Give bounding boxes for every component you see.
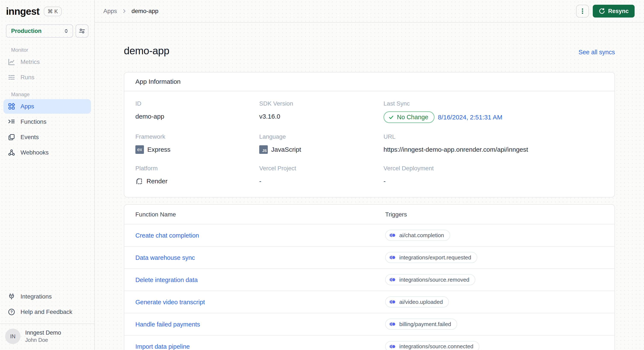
trigger-name: ai/video.uploaded [399, 299, 443, 305]
event-trigger-icon [389, 343, 396, 350]
trigger-badge: ai/chat.completion [385, 230, 450, 241]
field-value: demo-app [136, 111, 259, 122]
function-link[interactable]: Create chat completion [136, 232, 199, 239]
field-platform: Platform Render [136, 165, 259, 186]
functions-table: Function Name Triggers Create chat compl… [124, 205, 614, 350]
field-value: ex Express [136, 144, 259, 155]
function-link[interactable]: Handle failed payments [136, 321, 200, 328]
sidebar-item-runs[interactable]: Runs [4, 70, 91, 85]
trigger-badge: integrations/source.connected [385, 341, 479, 350]
title-row: demo-app See all syncs [124, 45, 615, 57]
section-label-monitor: Monitor [11, 47, 94, 53]
trigger-badge: integrations/source.removed [385, 274, 475, 285]
field-label: Last Sync [384, 100, 604, 107]
javascript-icon: JS [259, 145, 268, 154]
field-label: SDK Version [259, 100, 384, 107]
framework-name: Express [147, 146, 170, 153]
express-icon: ex [136, 145, 144, 154]
functions-card: Function Name Triggers Create chat compl… [124, 204, 615, 350]
sidebar-item-label: Functions [20, 118, 46, 125]
table-row: Import data pipeline integrations/source… [124, 335, 614, 350]
section-label-manage: Manage [11, 92, 94, 97]
breadcrumb: Apps demo-app [103, 8, 158, 15]
plug-icon [8, 293, 15, 300]
no-change-label: No Change [397, 114, 428, 121]
event-trigger-icon [389, 232, 396, 239]
sidebar-item-label: Apps [20, 103, 34, 110]
sidebar: inngest ⌘ K Production Monitor [0, 0, 95, 350]
sidebar-item-help[interactable]: ? Help and Feedback [4, 305, 91, 319]
breadcrumb-apps[interactable]: Apps [103, 8, 117, 15]
environment-filter-button[interactable] [76, 24, 88, 38]
field-label: ID [136, 100, 259, 107]
sidebar-item-webhooks[interactable]: Webhooks [4, 145, 91, 160]
logo-row: inngest ⌘ K [0, 0, 94, 17]
function-link[interactable]: Data warehouse sync [136, 254, 195, 261]
resync-button[interactable]: Resync [593, 5, 634, 18]
sidebar-item-events[interactable]: Events [4, 130, 91, 144]
svg-text:?: ? [10, 310, 13, 314]
sidebar-item-metrics[interactable]: Metrics [4, 55, 91, 69]
field-value: JS JavaScript [259, 144, 384, 155]
last-sync-time-link[interactable]: 8/16/2024, 2:51:31 AM [438, 114, 502, 121]
resync-label: Resync [608, 8, 629, 15]
check-icon [388, 115, 394, 120]
sidebar-item-functions[interactable]: Functions [4, 115, 91, 129]
function-link[interactable]: Generate video transcript [136, 299, 205, 305]
field-vercel-project: Vercel Project - [259, 165, 384, 186]
app-more-menu-button[interactable] [576, 5, 589, 18]
sidebar-item-label: Metrics [20, 59, 40, 65]
runs-list-icon [8, 74, 15, 81]
render-icon [136, 177, 143, 185]
platform-name: Render [146, 178, 168, 185]
user-org: Inngest Demo [25, 329, 61, 336]
trigger-name: integrations/export.requested [399, 254, 471, 261]
field-sdk-version: SDK Version v3.16.0 [259, 100, 384, 123]
column-function-name: Function Name [124, 205, 385, 224]
page-title: demo-app [124, 45, 169, 57]
event-trigger-icon [389, 298, 396, 305]
field-value: No Change 8/16/2024, 2:51:31 AM [384, 111, 604, 123]
trigger-name: ai/chat.completion [399, 232, 444, 239]
trigger-badge: ai/video.uploaded [385, 296, 449, 307]
table-row: Data warehouse sync integrations/export.… [124, 246, 614, 269]
function-link[interactable]: Delete integration data [136, 276, 198, 283]
field-last-sync: Last Sync No Change 8/16/2024, 2:51:31 A… [384, 100, 604, 123]
environment-row: Production [0, 17, 94, 38]
field-value: v3.16.0 [259, 111, 384, 122]
table-header-row: Function Name Triggers [124, 205, 614, 224]
field-id: ID demo-app [136, 100, 259, 123]
field-label: Language [259, 133, 384, 140]
app-information-card: App Information ID demo-app SDK Version … [124, 72, 615, 197]
sidebar-item-integrations[interactable]: Integrations [4, 289, 91, 304]
function-link[interactable]: Import data pipeline [136, 343, 190, 350]
field-value: Render [136, 176, 259, 186]
kebab-icon [579, 8, 586, 15]
trigger-name: integrations/source.removed [399, 276, 469, 283]
sidebar-item-label: Runs [20, 74, 34, 81]
sidebar-item-apps[interactable]: Apps [4, 99, 91, 114]
top-bar: Apps demo-app Resync [95, 0, 644, 23]
sidebar-nav: Monitor Metrics Runs Manage Apps [0, 40, 94, 161]
sidebar-item-label: Help and Feedback [20, 308, 72, 315]
field-value: https://inngest-demo-app.onrender.com/ap… [384, 144, 604, 155]
field-framework: Framework ex Express [136, 133, 259, 155]
breadcrumb-current: demo-app [132, 8, 158, 15]
apps-category-icon [8, 103, 15, 110]
see-all-syncs-link[interactable]: See all syncs [578, 49, 615, 56]
trigger-badge: billing/payment.failed [385, 318, 457, 330]
command-k-shortcut[interactable]: ⌘ K [44, 7, 62, 16]
environment-selector[interactable]: Production [6, 24, 73, 38]
sidebar-item-label: Integrations [20, 293, 52, 300]
top-actions: Resync [576, 5, 634, 18]
field-vercel-deployment: Vercel Deployment - [384, 165, 604, 186]
help-circle-icon: ? [8, 308, 15, 316]
user-menu[interactable]: IN Inngest Demo John Doe [0, 324, 94, 350]
trigger-name: billing/payment.failed [399, 321, 451, 327]
app-information-grid: ID demo-app SDK Version v3.16.0 Last Syn… [124, 91, 614, 197]
events-windows-icon [8, 133, 15, 141]
inngest-logo: inngest [6, 6, 40, 17]
field-value: - [259, 176, 384, 186]
table-row: Handle failed payments billing/payment.f… [124, 313, 614, 335]
event-trigger-icon [389, 254, 396, 261]
